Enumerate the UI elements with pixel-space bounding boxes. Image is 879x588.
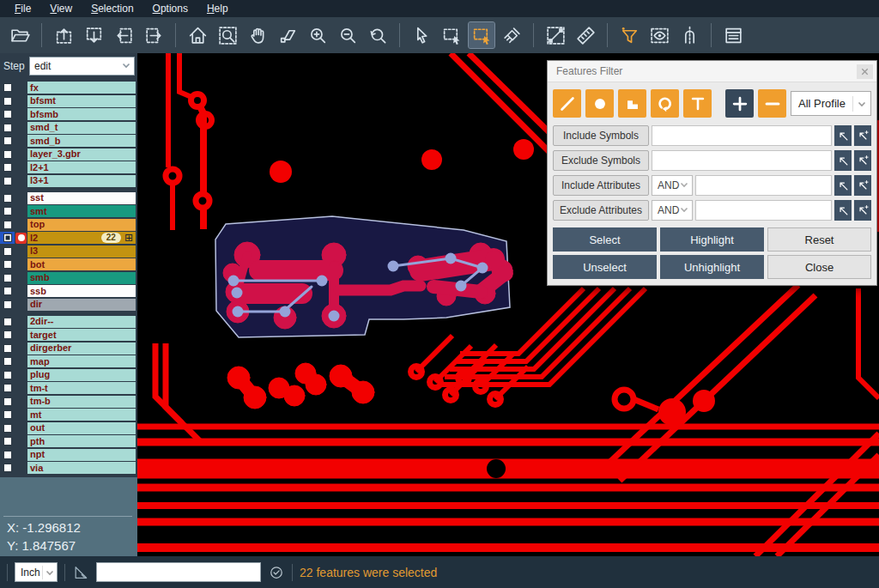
layer-row-plug[interactable]: plug	[0, 369, 137, 381]
refresh-check-icon[interactable]	[268, 564, 285, 581]
layer-visibility-checkbox[interactable]	[0, 355, 15, 367]
pick-from-screen-button[interactable]	[834, 200, 852, 221]
layer-row-bfsmt[interactable]: bfsmt	[0, 95, 137, 107]
layer-visibility-checkbox[interactable]	[0, 192, 15, 204]
layer-row-ssb[interactable]: ssb	[0, 285, 137, 297]
layer-name[interactable]: target	[27, 329, 136, 341]
step-select[interactable]: edit	[29, 57, 135, 76]
layer-name[interactable]: mt	[27, 409, 136, 421]
polarity-positive-button[interactable]	[725, 89, 754, 118]
pan-right-button[interactable]	[141, 22, 167, 48]
pick-from-screen-button[interactable]	[834, 175, 852, 196]
include-symbols-button[interactable]: Include Symbols	[553, 125, 649, 146]
units-select[interactable]: Inch	[15, 562, 58, 582]
pan-up-button[interactable]	[51, 22, 76, 48]
select-button[interactable]: Select	[553, 227, 657, 252]
layer-name[interactable]: top	[27, 219, 136, 231]
layer-row-sst[interactable]: sst	[0, 192, 137, 204]
layer-row-l2[interactable]: l222⊞	[0, 232, 137, 244]
layer-visibility-checkbox[interactable]	[0, 232, 15, 244]
layer-visibility-checkbox[interactable]	[0, 175, 15, 187]
layer-name[interactable]: 2dir--	[27, 316, 136, 328]
menu-options[interactable]: Options	[143, 0, 197, 17]
select-cursor-button[interactable]	[409, 22, 434, 48]
menu-help[interactable]: Help	[197, 0, 238, 17]
menu-selection[interactable]: Selection	[82, 0, 142, 17]
layer-row-bfsmb[interactable]: bfsmb	[0, 108, 137, 120]
layer-visibility-checkbox[interactable]	[0, 149, 15, 161]
close-button[interactable]: Close	[767, 255, 871, 279]
layer-visibility-checkbox[interactable]	[0, 219, 15, 231]
layer-visibility-checkbox[interactable]	[0, 462, 15, 474]
highlight-button[interactable]: Highlight	[660, 227, 764, 252]
layer-name[interactable]: ssb	[27, 285, 136, 297]
layer-name[interactable]: npt	[27, 449, 136, 461]
layer-row-bot[interactable]: bot	[0, 258, 137, 270]
include-attributes-operator-select[interactable]: AND	[652, 175, 693, 196]
net-highlight-button[interactable]	[676, 22, 702, 48]
zoom-previous-button[interactable]	[365, 22, 391, 48]
include-symbols-input[interactable]	[652, 125, 832, 146]
layer-row-layer_3.gbr[interactable]: layer_3.gbr	[0, 149, 137, 161]
layer-visibility-checkbox[interactable]	[0, 409, 15, 421]
layer-row-top[interactable]: top	[0, 219, 137, 231]
polarity-negative-button[interactable]	[758, 89, 786, 118]
layer-visibility-checkbox[interactable]	[0, 422, 15, 434]
layer-name[interactable]: l2+1	[27, 161, 136, 173]
command-input[interactable]	[96, 562, 261, 582]
layer-visibility-checkbox[interactable]	[0, 285, 15, 297]
feature-type-arc-button[interactable]	[651, 89, 679, 118]
feature-type-surface-button[interactable]	[618, 89, 646, 118]
layer-name[interactable]: dir	[27, 299, 136, 311]
menu-view[interactable]: View	[40, 0, 82, 17]
pan-hand-button[interactable]	[245, 22, 270, 48]
layer-row-target[interactable]: target	[0, 329, 137, 341]
pan-down-button[interactable]	[81, 22, 106, 48]
layer-name[interactable]: map	[27, 355, 136, 367]
layer-name[interactable]: bfsmb	[27, 108, 136, 120]
layer-row-via[interactable]: via	[0, 462, 137, 474]
pick-add-from-screen-button[interactable]	[854, 175, 871, 196]
clear-brush-button[interactable]	[499, 22, 524, 48]
exclude-symbols-input[interactable]	[652, 150, 832, 171]
view-box-button[interactable]	[646, 22, 672, 48]
layer-name[interactable]: plug	[27, 369, 136, 381]
layer-visibility-checkbox[interactable]	[0, 396, 15, 408]
layer-row-smd_b[interactable]: smd_b	[0, 135, 137, 147]
layer-name[interactable]: smt	[27, 205, 136, 217]
zoom-out-button[interactable]	[335, 22, 361, 48]
layer-row-out[interactable]: out	[0, 422, 137, 434]
exclude-attributes-input[interactable]	[695, 200, 832, 221]
layer-name[interactable]: layer_3.gbr	[27, 149, 136, 161]
include-attributes-button[interactable]: Include Attributes	[553, 175, 649, 196]
layer-row-pth[interactable]: pth	[0, 435, 137, 447]
layer-visibility-checkbox[interactable]	[0, 108, 15, 120]
include-attributes-input[interactable]	[695, 175, 832, 196]
layer-visibility-checkbox[interactable]	[0, 272, 15, 284]
pan-left-button[interactable]	[111, 22, 136, 48]
layer-visibility-checkbox[interactable]	[0, 122, 15, 134]
layer-row-dirgerber[interactable]: dirgerber	[0, 342, 137, 355]
layer-name[interactable]: dirgerber	[27, 342, 136, 355]
zoom-area-button[interactable]	[215, 22, 240, 48]
feature-type-line-button[interactable]	[553, 89, 581, 118]
measure-ruler-button[interactable]	[573, 22, 598, 48]
layer-name[interactable]: bot	[27, 258, 136, 270]
zoom-in-button[interactable]	[305, 22, 330, 48]
features-filter-button[interactable]	[616, 22, 642, 48]
dialog-header[interactable]: Features Filter	[548, 61, 876, 82]
layer-visibility-checkbox[interactable]	[0, 342, 15, 355]
layer-name[interactable]: smb	[27, 272, 136, 284]
layer-visibility-checkbox[interactable]	[0, 449, 15, 461]
layer-row-smd_t[interactable]: smd_t	[0, 122, 137, 134]
feature-type-pad-button[interactable]	[585, 89, 614, 118]
feature-form-button[interactable]	[720, 22, 746, 48]
layer-visibility-checkbox[interactable]	[0, 329, 15, 341]
layer-row-2dir--[interactable]: 2dir--	[0, 316, 137, 328]
exclude-attributes-button[interactable]: Exclude Attributes	[553, 200, 649, 221]
open-file-button[interactable]	[7, 22, 33, 48]
reset-button[interactable]: Reset	[767, 227, 871, 252]
layer-visibility-checkbox[interactable]	[0, 258, 15, 270]
layer-visibility-checkbox[interactable]	[0, 82, 15, 94]
layer-visibility-checkbox[interactable]	[0, 161, 15, 173]
